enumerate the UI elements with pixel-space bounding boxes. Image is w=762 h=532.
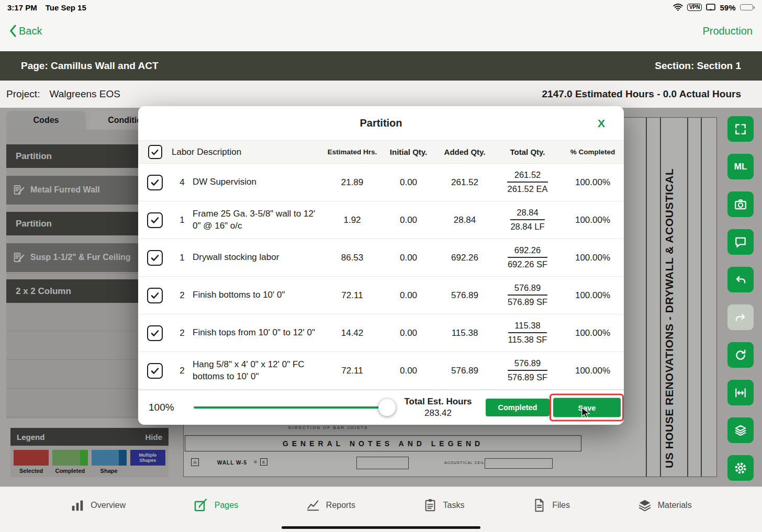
home-indicator[interactable] — [282, 526, 480, 529]
row-initial: 0.00 — [381, 290, 436, 301]
tab-label: Materials — [658, 501, 692, 510]
comments-button[interactable] — [727, 229, 754, 255]
tab-label: Reports — [326, 501, 355, 510]
layers-icon — [734, 424, 747, 437]
settings-button[interactable] — [727, 455, 754, 481]
back-button[interactable]: Back — [9, 25, 42, 37]
row-total-fraction: 115.38115.38 SF — [508, 321, 547, 345]
pages-icon — [193, 497, 209, 513]
expand-icon — [734, 122, 747, 136]
save-button[interactable]: Save — [553, 398, 621, 417]
labor-row: 1 Drywall stocking labor 86.53 0.00 692.… — [138, 239, 624, 277]
page-title: Page: Camillus Wall and ACT — [21, 60, 159, 72]
tab-tasks[interactable]: Tasks — [423, 498, 465, 513]
row-added: 261.52 — [436, 177, 494, 188]
bar-chart-icon — [70, 498, 85, 513]
select-all-checkbox[interactable] — [148, 145, 162, 159]
total-est-hours-value: 283.42 — [399, 408, 477, 418]
partition-labor-modal: Partition X Labor Description Estimated … — [138, 106, 624, 425]
col-estimated-hrs: Estimated Hrs. — [323, 148, 381, 156]
modal-footer: 100% Total Est. Hours 283.42 Completed S… — [138, 390, 624, 425]
wifi-icon — [673, 4, 683, 11]
row-checkbox[interactable] — [147, 288, 163, 303]
screen-mirror-icon — [706, 4, 715, 11]
section-title: Section: Section 1 — [655, 60, 741, 72]
row-checkbox[interactable] — [147, 325, 163, 341]
row-total-fraction: 28.8428.84 LF — [510, 208, 544, 232]
tab-overview[interactable]: Overview — [70, 498, 126, 513]
document-icon — [532, 498, 546, 513]
status-bar: 3:17 PM Tue Sep 15 VPN 59% — [0, 0, 762, 15]
ml-button[interactable]: ML — [727, 154, 754, 179]
col-added-qty: Added Qty. — [436, 148, 494, 156]
row-initial: 0.00 — [381, 177, 436, 188]
nav-bar: Back Production — [0, 15, 762, 47]
tab-label: Pages — [215, 501, 238, 510]
total-est-hours-label: Total Est. Hours — [399, 397, 477, 407]
project-hours-summary: 2147.0 Estimated Hours - 0.0 Actual Hour… — [542, 88, 741, 100]
row-checkbox[interactable] — [147, 250, 163, 266]
col-percent-completed: % Completed — [562, 148, 624, 156]
row-estimated: 1.92 — [323, 215, 381, 225]
row-checkbox[interactable] — [147, 212, 163, 228]
row-added: 28.84 — [436, 215, 494, 225]
labor-row: 2 Hang 5/8" x 4' 0" x 12' 0" FC bottoms … — [138, 352, 624, 390]
status-date: Tue Sep 15 — [46, 3, 86, 12]
clipboard-icon — [423, 498, 438, 513]
close-button[interactable]: X — [598, 117, 605, 130]
camera-icon — [734, 198, 747, 211]
col-initial-qty: Initial Qty. — [381, 148, 436, 156]
row-count: 1 — [172, 253, 193, 263]
labor-row: 2 Finish bottoms to 10' 0" 72.11 0.00 57… — [138, 277, 624, 314]
row-initial: 0.00 — [381, 366, 436, 376]
measure-button[interactable] — [727, 380, 754, 405]
tab-files[interactable]: Files — [532, 498, 570, 513]
tab-label: Tasks — [443, 501, 465, 510]
redo-button[interactable] — [727, 304, 754, 330]
fullscreen-button[interactable] — [727, 116, 754, 142]
row-estimated: 86.53 — [323, 253, 381, 263]
refresh-button[interactable] — [727, 342, 754, 368]
completion-slider[interactable] — [194, 406, 387, 409]
project-name: Walgreens EOS — [49, 88, 120, 100]
row-added: 115.38 — [436, 328, 494, 338]
row-total-fraction: 576.89576.89 SF — [508, 358, 547, 382]
battery-icon — [740, 4, 755, 11]
row-percent: 100.00% — [562, 328, 624, 338]
col-total-qty: Total Qty. — [494, 148, 562, 156]
tab-materials[interactable]: Materials — [637, 498, 692, 513]
measure-icon — [734, 386, 747, 400]
bottom-tab-bar: Overview Pages Reports Tasks Files — [0, 486, 762, 532]
row-estimated: 72.11 — [323, 366, 381, 376]
row-percent: 100.00% — [562, 215, 624, 225]
project-row: Project: Walgreens EOS 2147.0 Estimated … — [0, 81, 762, 108]
row-percent: 100.00% — [562, 290, 624, 301]
tab-pages[interactable]: Pages — [193, 497, 238, 513]
table-header: Labor Description Estimated Hrs. Initial… — [138, 140, 624, 164]
production-button[interactable]: Production — [702, 25, 753, 37]
check-icon — [150, 366, 160, 376]
camera-button[interactable] — [727, 191, 754, 217]
layers-button[interactable] — [727, 417, 754, 443]
row-count: 2 — [172, 366, 193, 376]
check-icon — [150, 290, 160, 301]
tab-reports[interactable]: Reports — [306, 498, 355, 513]
check-icon — [150, 148, 160, 157]
slider-thumb[interactable] — [378, 399, 396, 416]
row-total-fraction: 692.26692.26 SF — [508, 245, 547, 269]
completed-button[interactable]: Completed — [486, 399, 550, 416]
row-description: Drywall stocking labor — [193, 252, 323, 264]
check-icon — [150, 328, 160, 338]
row-percent: 100.00% — [562, 366, 624, 376]
row-checkbox[interactable] — [147, 363, 163, 379]
row-checkbox[interactable] — [147, 175, 163, 190]
row-description: Finish bottoms to 10' 0" — [193, 289, 323, 301]
chat-icon — [734, 235, 747, 249]
row-percent: 100.00% — [562, 253, 624, 263]
drawing-toolbar: ML — [727, 116, 754, 481]
back-chevron-icon — [9, 25, 16, 37]
undo-button[interactable] — [727, 267, 754, 292]
check-icon — [150, 215, 160, 225]
check-icon — [150, 177, 160, 188]
undo-icon — [734, 273, 747, 287]
